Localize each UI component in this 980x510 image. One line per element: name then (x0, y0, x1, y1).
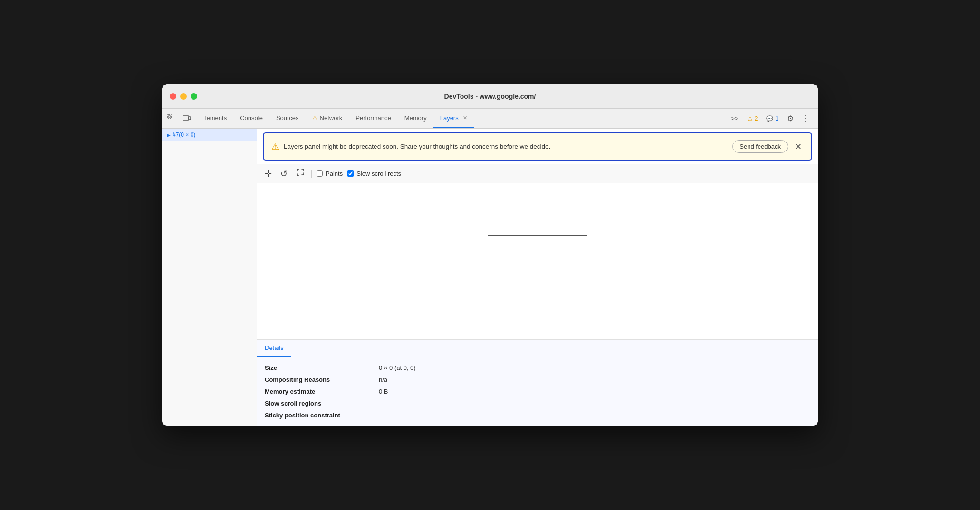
title-bar: DevTools - www.google.com/ (162, 84, 818, 109)
slow-scroll-checkbox[interactable] (347, 170, 354, 177)
vertical-dots-icon: ⋮ (802, 114, 809, 123)
layers-sidebar: ▶ #7(0 × 0) (162, 129, 257, 426)
tab-network[interactable]: ⚠ Network (306, 109, 349, 128)
tab-sources[interactable]: Sources (269, 109, 306, 128)
network-warn-icon: ⚠ (312, 115, 317, 122)
main-content: ▶ #7(0 × 0) ⚠ Layers panel might be depr… (162, 129, 818, 426)
rotate-tool-icon[interactable]: ↺ (279, 168, 289, 180)
deprecation-warning-banner: ⚠ Layers panel might be deprecated soon.… (263, 132, 812, 161)
svg-rect-1 (169, 116, 170, 117)
gear-icon: ⚙ (787, 114, 794, 123)
warn-icon: ⚠ (748, 115, 753, 122)
devtools-window: DevTools - www.google.com/ Elements Cons… (162, 84, 818, 426)
traffic-lights (170, 93, 197, 100)
settings-button[interactable]: ⚙ (784, 112, 797, 125)
svg-rect-3 (189, 117, 191, 120)
details-tab[interactable]: Details (257, 340, 291, 357)
tabs-list: Elements Console Sources ⚠ Network Perfo… (194, 109, 727, 128)
details-panel: Details Size 0 × 0 (at 0, 0) Compositing… (257, 339, 818, 426)
svg-rect-0 (168, 115, 171, 118)
close-button[interactable] (170, 93, 176, 100)
close-banner-button[interactable]: ✕ (793, 142, 804, 151)
device-toolbar-icon[interactable] (180, 112, 193, 125)
console-icon: 💬 (766, 115, 773, 122)
expand-arrow-icon: ▶ (167, 132, 171, 138)
layers-toolbar: ✛ ↺ Paints Slow scroll rects (257, 164, 818, 183)
tab-layers[interactable]: Layers ✕ (433, 109, 474, 128)
more-tabs-button[interactable]: >> (727, 113, 742, 124)
slow-scroll-checkbox-label[interactable]: Slow scroll rects (347, 170, 401, 177)
tabs-right: >> ⚠ 2 💬 1 ⚙ ⋮ (727, 112, 816, 125)
tab-memory[interactable]: Memory (398, 109, 433, 128)
layer-visualization (488, 235, 587, 287)
details-table: Size 0 × 0 (at 0, 0) Compositing Reasons… (257, 357, 818, 426)
paints-checkbox[interactable] (317, 170, 323, 177)
svg-rect-2 (183, 116, 189, 120)
layers-tab-close[interactable]: ✕ (463, 115, 467, 121)
maximize-button[interactable] (191, 93, 197, 100)
pan-tool-icon[interactable]: ✛ (263, 168, 274, 180)
sidebar-item-layer[interactable]: ▶ #7(0 × 0) (162, 129, 257, 141)
layers-panel: ⚠ Layers panel might be deprecated soon.… (257, 129, 818, 426)
tab-elements[interactable]: Elements (194, 109, 233, 128)
detail-row-compositing: Compositing Reasons n/a (265, 374, 810, 386)
minimize-button[interactable] (180, 93, 187, 100)
fit-tool-icon[interactable] (294, 167, 307, 180)
tab-console[interactable]: Console (233, 109, 269, 128)
detail-row-sticky: Sticky position constraint (265, 409, 810, 421)
warning-triangle-icon: ⚠ (271, 142, 279, 152)
warnings-badge[interactable]: ⚠ 2 (744, 114, 761, 123)
toolbar-separator (311, 170, 312, 178)
send-feedback-button[interactable]: Send feedback (732, 140, 788, 153)
detail-row-memory: Memory estimate 0 B (265, 386, 810, 397)
layers-canvas[interactable] (257, 183, 818, 339)
warning-message: Layers panel might be deprecated soon. S… (284, 143, 728, 150)
window-title: DevTools - www.google.com/ (444, 93, 536, 100)
paints-checkbox-label[interactable]: Paints (317, 170, 343, 177)
tab-performance[interactable]: Performance (349, 109, 397, 128)
inspect-element-icon[interactable] (165, 112, 178, 125)
tabs-bar: Elements Console Sources ⚠ Network Perfo… (162, 109, 818, 129)
detail-row-size: Size 0 × 0 (at 0, 0) (265, 362, 810, 374)
more-options-button[interactable]: ⋮ (799, 112, 812, 125)
detail-row-slow-scroll: Slow scroll regions (265, 397, 810, 409)
console-messages-badge[interactable]: 💬 1 (763, 114, 782, 123)
